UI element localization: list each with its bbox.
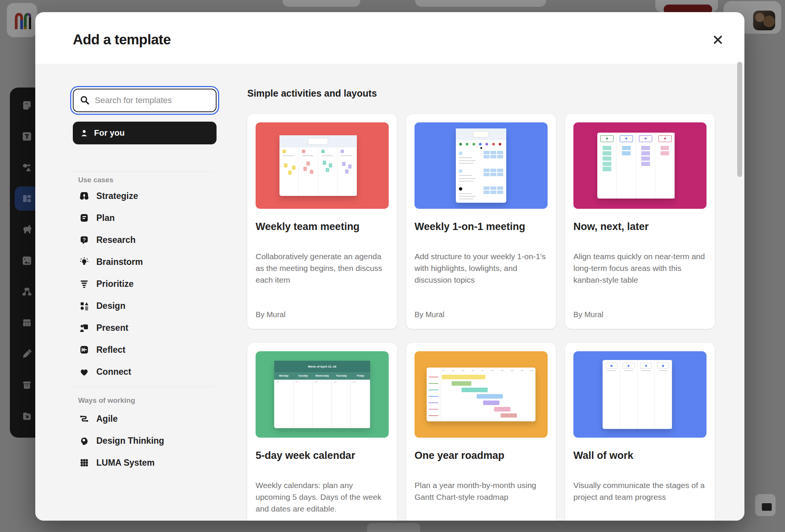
sidebar-item-label: Design — [96, 301, 126, 311]
search-icon — [80, 95, 90, 105]
sidebar-item-research[interactable]: ? Research — [73, 232, 217, 248]
template-card-weekly-team-meeting[interactable]: Weekly team meeting Collaboratively gene… — [247, 114, 397, 329]
sidebar-item-label: LUMA System — [96, 458, 155, 468]
template-card-now-next-later[interactable]: Now, next, later Align teams quickly on … — [565, 114, 715, 329]
presenter-icon — [78, 322, 90, 334]
close-icon — [712, 34, 724, 45]
template-thumbnail — [414, 122, 548, 209]
modal-content: For you Use cases Strategize Plan ? Rese… — [35, 64, 744, 521]
template-title: Weekly 1-on-1 meeting — [414, 221, 525, 233]
sidebar-item-strategize[interactable]: Strategize — [73, 188, 217, 204]
sidebar-item-reflect[interactable]: Reflect — [73, 341, 217, 358]
template-byline: By Mural — [256, 310, 286, 319]
sidebar-item-present[interactable]: Present — [73, 319, 217, 336]
template-thumbnail — [573, 351, 706, 438]
template-card-one-year-roadmap[interactable]: One year roadmap Plan a year month-by-mo… — [406, 343, 556, 521]
calendar-header: Week of April 22–26 — [274, 361, 370, 372]
template-thumbnail — [256, 122, 389, 209]
scrollbar-thumb[interactable] — [737, 62, 742, 177]
template-thumbnail — [414, 351, 548, 438]
head-profile-icon — [78, 435, 90, 447]
calendar-day: Tuesday — [294, 372, 313, 380]
agile-path-icon — [78, 413, 90, 425]
grid-icon — [78, 457, 90, 469]
calendar-day: Friday — [351, 372, 370, 380]
sidebar-item-label: Reflect — [96, 345, 126, 355]
funnel-bars-icon — [78, 278, 90, 290]
heart-icon — [78, 366, 90, 378]
notebook-icon — [78, 212, 90, 224]
template-byline: By Mural — [414, 310, 444, 319]
template-description: Collaboratively generate an agenda as th… — [256, 250, 389, 286]
sidebar-item-brainstorm[interactable]: Brainstorm — [73, 253, 217, 270]
sidebar-item-label: Connect — [96, 367, 131, 377]
sidebar-item-design-thinking[interactable]: Design Thinking — [73, 432, 217, 449]
section-label: Ways of working — [78, 396, 135, 405]
sidebar-item-label: Present — [96, 323, 128, 333]
calendar-day: Wednesday — [312, 372, 332, 380]
sidebar-item-label: Strategize — [96, 191, 138, 201]
template-title: Now, next, later — [573, 221, 649, 233]
sidebar-item-agile[interactable]: Agile — [73, 410, 217, 427]
lightbulb-icon — [78, 256, 90, 268]
question-bubble-icon: ? — [78, 234, 90, 246]
sidebar-item-luma-system[interactable]: LUMA System — [73, 454, 217, 471]
calendar-day: Thursday — [332, 372, 351, 380]
section-label: Use cases — [78, 176, 113, 184]
template-byline: By Mural — [573, 310, 603, 319]
for-you-label: For you — [94, 128, 125, 138]
template-title: 5-day week calendar — [256, 450, 355, 462]
template-thumbnail: Week of April 22–26 Monday Tuesday Wedne… — [256, 351, 389, 438]
binoculars-icon — [78, 190, 90, 202]
template-card-5-day-week-calendar[interactable]: Week of April 22–26 Monday Tuesday Wedne… — [247, 343, 397, 521]
template-description: Plan a year month-by-month using Gantt C… — [414, 479, 548, 503]
shapes-grid-icon — [78, 300, 90, 312]
sidebar-item-label: Agile — [96, 414, 118, 424]
modal-title: Add a template — [73, 32, 171, 48]
sidebar-item-label: Prioritize — [96, 279, 133, 289]
for-you-button[interactable]: For you — [73, 122, 217, 144]
divider — [73, 386, 214, 387]
sidebar-item-label: Research — [96, 235, 136, 245]
sidebar-item-connect[interactable]: Connect — [73, 363, 217, 380]
section-heading: Simple activities and layouts — [247, 88, 377, 99]
sidebar-item-plan[interactable]: Plan — [73, 210, 217, 226]
app-stage: Add a template For you U — [0, 0, 785, 532]
person-icon — [80, 128, 89, 138]
close-button[interactable] — [710, 32, 726, 49]
template-description: Visually communicate the stages of a pro… — [573, 479, 707, 503]
template-description: Weekly calendars: plan any upcoming 5 da… — [256, 479, 389, 515]
template-card-weekly-1on1-meeting[interactable]: Weekly 1-on-1 meeting Add structure to y… — [406, 114, 556, 329]
template-title: Weekly team meeting — [256, 221, 360, 233]
template-description: Add structure to your weekly 1-on-1's wi… — [414, 250, 548, 286]
template-title: Wall of work — [573, 450, 633, 462]
sidebar-item-design[interactable]: Design — [73, 297, 217, 314]
sidebar-item-label: Plan — [96, 213, 115, 223]
template-thumbnail — [573, 122, 706, 209]
add-template-modal: Add a template For you U — [35, 12, 744, 521]
search-input[interactable] — [73, 89, 217, 112]
svg-text:?: ? — [83, 237, 86, 243]
sidebar-item-label: Design Thinking — [96, 436, 164, 446]
calendar-day: Monday — [274, 372, 294, 380]
template-card-wall-of-work[interactable]: Wall of work Visually communicate the st… — [565, 343, 715, 521]
template-title: One year roadmap — [414, 450, 504, 462]
sidebar-item-label: Brainstorm — [96, 257, 143, 267]
search-box — [73, 89, 217, 112]
return-arrow-icon — [78, 344, 90, 356]
sidebar-item-prioritize[interactable]: Prioritize — [73, 275, 217, 292]
divider — [73, 171, 214, 172]
template-description: Align teams quickly on near-term and lon… — [573, 250, 707, 286]
